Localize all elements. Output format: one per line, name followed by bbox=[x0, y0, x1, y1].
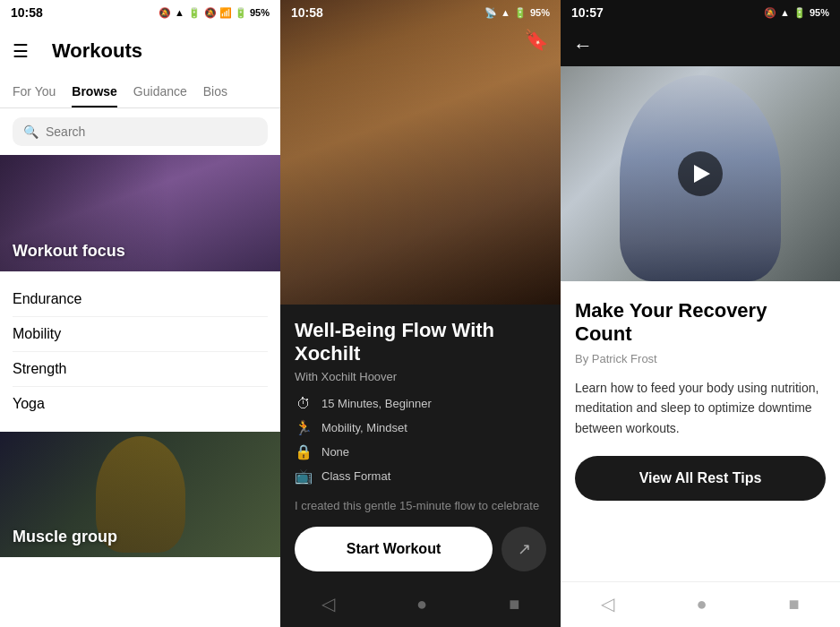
status-icons-3: 🔕 ▲ 🔋 95% bbox=[764, 7, 829, 19]
meta-equipment: 🔒 None bbox=[295, 443, 546, 460]
workout-info: Well-Being Flow With Xochilt With Xochil… bbox=[280, 305, 561, 516]
meta-duration: ⏱ 15 Minutes, Beginner bbox=[295, 396, 546, 412]
menu-icon[interactable]: ☰ bbox=[13, 40, 29, 62]
battery-icon-3: 🔋 bbox=[793, 7, 806, 19]
focus-text: Mobility, Mindset bbox=[321, 421, 407, 434]
article-content: Make Your Recovery Count By Patrick Fros… bbox=[561, 281, 840, 581]
muscle-group-hero[interactable]: Muscle group bbox=[0, 432, 280, 557]
focus-list: Endurance Mobility Strength Yoga bbox=[0, 271, 280, 432]
article-author: By Patrick Frost bbox=[575, 352, 826, 365]
duration-text: 15 Minutes, Beginner bbox=[321, 397, 432, 410]
nav-bar-3: ◁ ● ■ bbox=[561, 581, 840, 627]
focus-item-mobility[interactable]: Mobility bbox=[13, 317, 268, 352]
time-3: 10:57 bbox=[571, 5, 604, 20]
battery-icon-2: 🔋 bbox=[514, 7, 527, 19]
battery-pct-3: 95% bbox=[810, 7, 829, 18]
format-icon: 📺 bbox=[295, 468, 313, 485]
video-preview[interactable] bbox=[561, 66, 840, 281]
workouts-panel: 10:58 🔕 ▲ 🔋 🔕 📶 🔋 95% ☰ Workouts For You… bbox=[0, 0, 280, 627]
search-bar[interactable]: 🔍 bbox=[13, 117, 268, 146]
format-text: Class Format bbox=[321, 469, 390, 483]
play-triangle-icon bbox=[694, 165, 710, 183]
workout-focus-label: Workout focus bbox=[13, 242, 125, 261]
meta-format: 📺 Class Format bbox=[295, 468, 546, 485]
share-button[interactable]: ↗ bbox=[501, 527, 546, 571]
tab-guidance[interactable]: Guidance bbox=[133, 77, 187, 107]
battery-pct-2: 95% bbox=[530, 7, 550, 18]
time-1: 10:58 bbox=[11, 5, 43, 20]
equipment-icon: 🔒 bbox=[295, 443, 313, 460]
tab-bios[interactable]: Bios bbox=[203, 77, 227, 107]
status-bar-1: 10:58 🔕 ▲ 🔋 🔕 📶 🔋 95% bbox=[0, 0, 280, 25]
workout-focus-hero[interactable]: Workout focus bbox=[0, 155, 280, 271]
focus-icon: 🏃 bbox=[295, 419, 313, 436]
signal-icon: 🔕 bbox=[159, 7, 171, 19]
view-tips-button[interactable]: View All Rest Tips bbox=[575, 456, 826, 501]
panel3-header: ← bbox=[561, 25, 840, 66]
workout-hero-overlay bbox=[280, 0, 561, 305]
workout-detail-panel: 10:58 📡 ▲ 🔋 95% 🔖 Well-Being Flow With X… bbox=[280, 0, 561, 627]
article-title: Make Your Recovery Count bbox=[575, 299, 826, 347]
nav-back-2[interactable]: ◁ bbox=[304, 589, 353, 618]
status-icons-2: 📡 ▲ 🔋 95% bbox=[484, 7, 550, 19]
search-input[interactable] bbox=[46, 125, 257, 139]
workout-hero-image: 🔖 bbox=[280, 0, 561, 305]
muscle-group-label: Muscle group bbox=[13, 528, 117, 546]
workout-description: I created this gentle 15-minute flow to … bbox=[295, 497, 546, 516]
workout-instructor: With Xochilt Hoover bbox=[295, 370, 546, 383]
signal-icon-3: 🔕 bbox=[764, 7, 776, 19]
workout-actions: Start Workout ↗ bbox=[280, 516, 561, 582]
meta-focus: 🏃 Mobility, Mindset bbox=[295, 419, 546, 436]
focus-item-endurance[interactable]: Endurance bbox=[13, 282, 268, 317]
time-2: 10:58 bbox=[291, 5, 323, 20]
nav-recent-3[interactable]: ■ bbox=[770, 590, 817, 618]
nav-home-3[interactable]: ● bbox=[678, 590, 724, 618]
workout-title: Well-Being Flow With Xochilt bbox=[295, 319, 546, 366]
status-icons-1: 🔕 ▲ 🔋 🔕 📶 🔋 95% bbox=[159, 7, 270, 19]
focus-item-strength[interactable]: Strength bbox=[13, 352, 268, 387]
clock-icon: ⏱ bbox=[295, 396, 313, 412]
focus-item-yoga[interactable]: Yoga bbox=[13, 387, 268, 421]
tab-browse[interactable]: Browse bbox=[72, 77, 117, 107]
status-bar-2: 10:58 📡 ▲ 🔋 95% bbox=[280, 0, 561, 25]
battery-pct-1: 🔕 📶 🔋 95% bbox=[204, 7, 270, 19]
back-button[interactable]: ← bbox=[573, 34, 602, 57]
cast-icon: 📡 bbox=[484, 7, 497, 19]
signal-icon-2: ▲ bbox=[501, 7, 510, 18]
tabs-bar: For You Browse Guidance Bios bbox=[0, 77, 280, 108]
start-workout-button[interactable]: Start Workout bbox=[295, 527, 493, 571]
article-description: Learn how to feed your body using nutrit… bbox=[575, 378, 826, 438]
nav-back-3[interactable]: ◁ bbox=[583, 589, 632, 618]
bookmark-button[interactable]: 🔖 bbox=[524, 29, 548, 52]
status-bar-3: 10:57 🔕 ▲ 🔋 95% bbox=[561, 0, 840, 25]
search-icon: 🔍 bbox=[23, 125, 39, 139]
wifi-icon: ▲ bbox=[175, 7, 184, 18]
nav-home-2[interactable]: ● bbox=[399, 590, 445, 618]
workout-meta: ⏱ 15 Minutes, Beginner 🏃 Mobility, Minds… bbox=[295, 396, 546, 485]
recovery-panel: 10:57 🔕 ▲ 🔋 95% ← Make Your Recovery Cou… bbox=[561, 0, 840, 627]
header-bar: ☰ Workouts bbox=[0, 25, 280, 77]
equipment-text: None bbox=[321, 445, 349, 459]
play-button[interactable] bbox=[678, 151, 723, 196]
nav-recent-2[interactable]: ■ bbox=[491, 590, 537, 618]
app-title: Workouts bbox=[39, 32, 155, 70]
share-icon: ↗ bbox=[518, 539, 531, 559]
wifi-icon-3: ▲ bbox=[780, 7, 790, 18]
battery-icon: 🔋 bbox=[188, 7, 201, 19]
tab-for-you[interactable]: For You bbox=[13, 77, 56, 107]
nav-bar-2: ◁ ● ■ bbox=[280, 582, 561, 627]
